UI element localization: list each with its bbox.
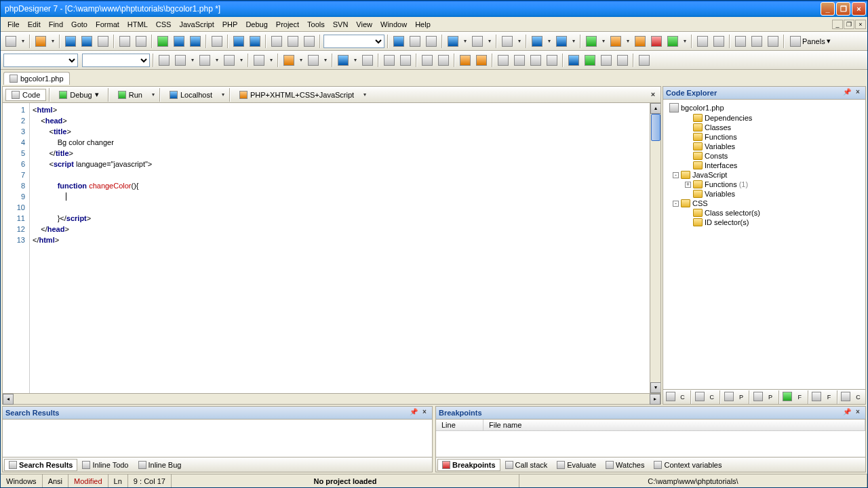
- menu-php[interactable]: PHP: [218, 19, 242, 30]
- save-as-button[interactable]: [96, 34, 111, 49]
- term-d-button[interactable]: [545, 53, 559, 68]
- search-panel-header[interactable]: Search Results 📌 ×: [2, 406, 433, 420]
- menu-help[interactable]: Help: [411, 19, 435, 30]
- fwd-dropdown[interactable]: ▾: [570, 34, 577, 49]
- et-btn-10[interactable]: F: [794, 391, 806, 403]
- code-editor[interactable]: <html> <head> <title> Bg color changer <…: [30, 103, 650, 393]
- editor-close-button[interactable]: ×: [648, 90, 658, 100]
- copy2-button[interactable]: [285, 34, 300, 49]
- tool-a-dropdown[interactable]: ▾: [600, 34, 607, 49]
- paste-button[interactable]: [134, 34, 149, 49]
- bookmark-dropdown[interactable]: ▾: [462, 34, 469, 49]
- layout-b-button[interactable]: [711, 34, 726, 49]
- menu-edit[interactable]: Edit: [24, 19, 45, 30]
- explorer-tree[interactable]: bgcolor1.php DependenciesClassesFunction…: [663, 100, 866, 390]
- horizontal-scrollbar[interactable]: ◂ ▸: [3, 393, 660, 404]
- et-btn-11[interactable]: [811, 391, 823, 403]
- highlight-button[interactable]: [281, 53, 296, 68]
- et-btn-7[interactable]: [752, 391, 764, 403]
- new-button[interactable]: [3, 34, 18, 49]
- list-button[interactable]: [615, 53, 630, 68]
- bookmark2-dropdown[interactable]: ▾: [486, 34, 493, 49]
- pin-button[interactable]: 📌: [842, 88, 852, 98]
- run-button[interactable]: Run: [112, 89, 149, 101]
- syntax-dropdown[interactable]: ▾: [361, 87, 368, 102]
- nav-fwd-button[interactable]: [554, 34, 569, 49]
- tool-d-button[interactable]: [649, 34, 664, 49]
- comment-button[interactable]: [420, 53, 435, 68]
- tag-d-dropdown[interactable]: ▾: [238, 53, 245, 68]
- menu-css[interactable]: CSS: [152, 19, 176, 30]
- menu-javascript[interactable]: JavaScript: [175, 19, 218, 30]
- replace-button[interactable]: [424, 34, 439, 49]
- vertical-scrollbar[interactable]: ▴ ▾: [650, 103, 660, 393]
- maximize-button[interactable]: ❐: [836, 2, 850, 16]
- menu-file[interactable]: File: [3, 19, 24, 30]
- et-btn-4[interactable]: C: [706, 391, 717, 403]
- undo-button[interactable]: [231, 34, 246, 49]
- uncomment-button[interactable]: [436, 53, 451, 68]
- tab-callstack[interactable]: Call stack: [500, 459, 553, 471]
- search-pin-button[interactable]: 📌: [409, 408, 418, 418]
- et-btn-3[interactable]: [694, 391, 705, 403]
- outdent-button[interactable]: [398, 53, 413, 68]
- menu-goto[interactable]: Goto: [67, 19, 92, 30]
- tree-item[interactable]: Classes: [665, 123, 864, 132]
- goto-line-button[interactable]: [336, 53, 351, 68]
- scroll-down-button[interactable]: ▾: [650, 382, 660, 393]
- open-dropdown[interactable]: ▾: [50, 34, 56, 49]
- file-tab[interactable]: bgcolor1.php: [3, 72, 70, 85]
- search-close-button[interactable]: ×: [420, 408, 429, 418]
- localhost-dropdown[interactable]: ▾: [220, 87, 226, 102]
- validate-dropdown[interactable]: ▾: [516, 34, 523, 49]
- bp-close-button[interactable]: ×: [853, 408, 863, 418]
- highlight-dropdown[interactable]: ▾: [298, 53, 304, 68]
- combo-1[interactable]: [323, 35, 384, 48]
- col-filename[interactable]: File name: [484, 420, 865, 430]
- font-combo[interactable]: [3, 54, 78, 67]
- tag-b-dropdown[interactable]: ▾: [189, 53, 196, 68]
- tool-c-button[interactable]: [633, 34, 648, 49]
- tool-a-button[interactable]: [584, 34, 599, 49]
- layout-c-button[interactable]: [733, 34, 748, 49]
- layout-d-button[interactable]: [749, 34, 764, 49]
- tree-root[interactable]: bgcolor1.php: [665, 102, 864, 113]
- tab-inline-bug[interactable]: Inline Bug: [134, 459, 186, 471]
- browser-stop-button[interactable]: [172, 34, 186, 49]
- breakpoints-panel-header[interactable]: Breakpoints 📌 ×: [435, 406, 866, 420]
- menu-svn[interactable]: SVN: [329, 19, 353, 30]
- panels-button[interactable]: Panels ▾: [787, 34, 833, 49]
- color-dropdown[interactable]: ▾: [322, 53, 329, 68]
- et-btn-8[interactable]: P: [765, 391, 776, 403]
- scroll-left-button[interactable]: ◂: [3, 394, 14, 405]
- close-button[interactable]: ×: [852, 2, 866, 16]
- tag-e-button[interactable]: [252, 53, 267, 68]
- et-btn-9[interactable]: [782, 391, 793, 403]
- minimize-button[interactable]: _: [821, 2, 835, 16]
- tab-evaluate[interactable]: Evaluate: [552, 459, 601, 471]
- go-button[interactable]: [391, 34, 406, 49]
- tree-item[interactable]: Class selector(s): [665, 208, 864, 218]
- print-button[interactable]: [210, 34, 224, 49]
- tree-item[interactable]: +Functions (1): [665, 180, 864, 189]
- tag-d-button[interactable]: [222, 53, 237, 68]
- bp-pin-button[interactable]: 📌: [842, 408, 852, 418]
- breakpoints-content[interactable]: Line File name: [435, 420, 866, 458]
- image-button[interactable]: [583, 53, 597, 68]
- panel-header[interactable]: Code Explorer 📌 ×: [663, 86, 866, 100]
- find-button[interactable]: [408, 34, 422, 49]
- tab-breakpoints[interactable]: Breakpoints: [437, 459, 500, 471]
- mdi-restore[interactable]: ❐: [844, 20, 854, 29]
- scroll-up-button[interactable]: ▴: [650, 103, 660, 114]
- menu-project[interactable]: Project: [272, 19, 303, 30]
- goto-dropdown[interactable]: ▾: [352, 53, 359, 68]
- syntax-button[interactable]: PHP+XHTML+CSS+JavaScript: [233, 89, 360, 101]
- menu-debug[interactable]: Debug: [241, 19, 271, 30]
- tool-b-button[interactable]: [608, 34, 623, 49]
- menu-find[interactable]: Find: [45, 19, 67, 30]
- tool-e-button[interactable]: [665, 34, 680, 49]
- et-btn-14[interactable]: C: [852, 391, 864, 403]
- menu-window[interactable]: Window: [376, 19, 411, 30]
- scroll-right-button[interactable]: ▸: [650, 394, 660, 405]
- term-b-button[interactable]: [512, 53, 527, 68]
